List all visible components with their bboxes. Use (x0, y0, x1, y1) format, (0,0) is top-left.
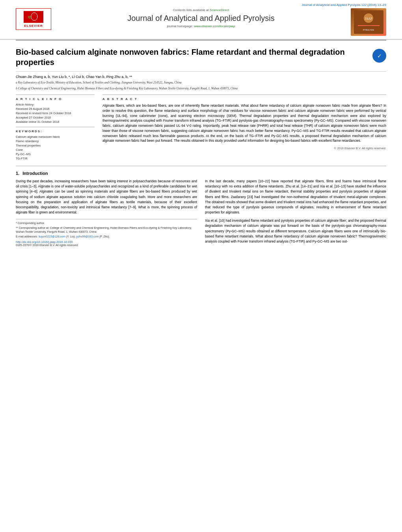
body-col-right: In the last decade, many papers [10–22] … (205, 179, 386, 247)
elsevier-logo: 🌿 ELSEVIER (16, 8, 51, 30)
svg-rect-6 (358, 25, 380, 26)
keyword-6: TG-FTIR (16, 157, 95, 160)
svg-text:🌿: 🌿 (28, 15, 31, 19)
copyright-line: © 2016 Elsevier B.V. All rights reserved… (102, 146, 386, 150)
right-col: A B S T R A C T Alginate fibers, which a… (102, 95, 386, 161)
issn-line: 0165-2370/© 2016 Elsevier B.V. All right… (16, 244, 197, 247)
sciencedirect-link[interactable]: ScienceDirect (210, 8, 229, 12)
article-info-abstract: A R T I C L E I N F O Article history: R… (16, 95, 386, 161)
svg-text:✓: ✓ (377, 53, 382, 59)
article-title: Bio-based calcium alginate nonwoven fabr… (16, 47, 367, 67)
doi-line[interactable]: http://dx.doi.org/10.1016/j.jaap.2016.10… (16, 240, 197, 244)
homepage-link[interactable]: www.elsevier.com/locate/jaap (194, 24, 235, 28)
footnote-section: * Corresponding author. ** Corresponding… (16, 219, 197, 238)
article-body: Bio-based calcium alginate nonwoven fabr… (0, 41, 402, 247)
article-title-text: Bio-based calcium alginate nonwoven fabr… (16, 47, 372, 67)
svg-text:PYROLYSIS: PYROLYSIS (363, 29, 374, 31)
keyword-1: Calcium alginate nonwoven fabric (16, 135, 95, 139)
affiliation-b: b College of Chemistry and Chemical Engi… (16, 87, 386, 91)
abstract-title: A B S T R A C T (102, 97, 386, 101)
intro-title: 1. Introduction (16, 171, 386, 176)
authors-line: Chuan-Jie Zhang a, b, Yun Liu b, *, Li C… (16, 75, 386, 79)
page: Journal of Analytical and Applied Pyroly… (0, 0, 402, 532)
keyword-4: Cone (16, 148, 95, 152)
intro-paragraph-1: During the past decades, increasing rese… (16, 179, 197, 215)
body-col-left: During the past decades, increasing rese… (16, 179, 197, 247)
keyword-5: Py-GC–MS (16, 152, 95, 156)
journal-header: Journal of Analytical and Applied Pyroly… (0, 0, 402, 40)
left-col: A R T I C L E I N F O Article history: R… (16, 95, 95, 161)
journal-logo-right: JAAP PYROLYSIS (351, 8, 386, 36)
svg-text:JAAP: JAAP (365, 17, 372, 20)
section-divider (16, 166, 386, 166)
article-info: A R T I C L E I N F O Article history: R… (16, 95, 95, 124)
received-date: Received 29 August 2016 (16, 107, 95, 111)
contents-line: Contents lists available at ScienceDirec… (59, 8, 343, 12)
received-revised-date: Received in revised form 24 October 2016 (16, 111, 95, 115)
intro-paragraph-2: In the last decade, many papers [10–22] … (205, 179, 386, 215)
keyword-3: Thermal properties (16, 144, 95, 147)
elsevier-logo-icon: 🌿 (24, 11, 43, 23)
article-history-label: Article history: (16, 103, 95, 106)
abstract-section: A B S T R A C T Alginate fibers, which a… (102, 95, 386, 150)
article-title-section: Bio-based calcium alginate nonwoven fabr… (16, 41, 386, 72)
header-center: Contents lists available at ScienceDirec… (51, 8, 351, 28)
email2-link[interactable]: pzhu99@163.com (76, 235, 99, 238)
available-date: Available online 31 October 2016 (16, 120, 95, 124)
journal-citation: Journal of Analytical and Applied Pyroly… (16, 3, 386, 8)
intro-section: 1. Introduction During the past decades,… (16, 171, 386, 247)
footnote-email: E-mail addresses: liuyun0215@126.com (Y.… (16, 235, 197, 239)
keywords-title: Keywords: (16, 130, 95, 133)
keyword-2: Flame retardancy (16, 139, 95, 143)
journal-top-bar: 🌿 ELSEVIER Contents lists available at S… (16, 8, 386, 39)
accepted-date: Accepted 27 October 2016 (16, 116, 95, 119)
elsevier-text: ELSEVIER (24, 24, 43, 28)
body-two-col: During the past decades, increasing rese… (16, 179, 386, 247)
abstract-text: Alginate fibers, which are bio-based fib… (102, 103, 386, 143)
email1-link[interactable]: liuyun0215@126.com (39, 235, 65, 238)
affiliation-a: a Key Laboratory of Eco-Textile, Ministr… (16, 81, 386, 85)
crossmark-badge: ✓ (372, 49, 386, 63)
footnote-corresponding-1: * Corresponding author. (16, 221, 197, 225)
article-info-title: A R T I C L E I N F O (16, 97, 95, 101)
journal-homepage: journal homepage: www.elsevier.com/locat… (59, 24, 343, 28)
intro-paragraph-3: Xia et al. [10] had investigated flame r… (205, 218, 386, 244)
keywords-section: Keywords: Calcium alginate nonwoven fabr… (16, 127, 95, 160)
footnote-corresponding-2: ** Corresponding author at: College of C… (16, 226, 197, 234)
journal-title-header: Journal of Analytical and Applied Pyroly… (59, 13, 343, 23)
